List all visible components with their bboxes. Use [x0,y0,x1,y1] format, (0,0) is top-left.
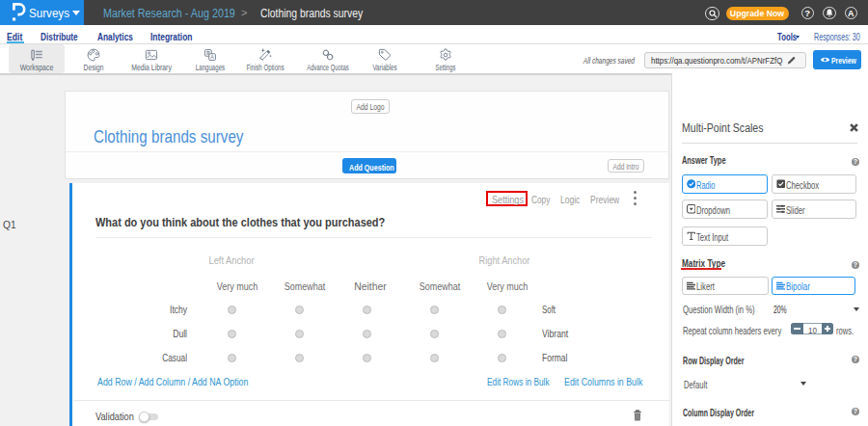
svg-text:A: A [210,54,214,60]
